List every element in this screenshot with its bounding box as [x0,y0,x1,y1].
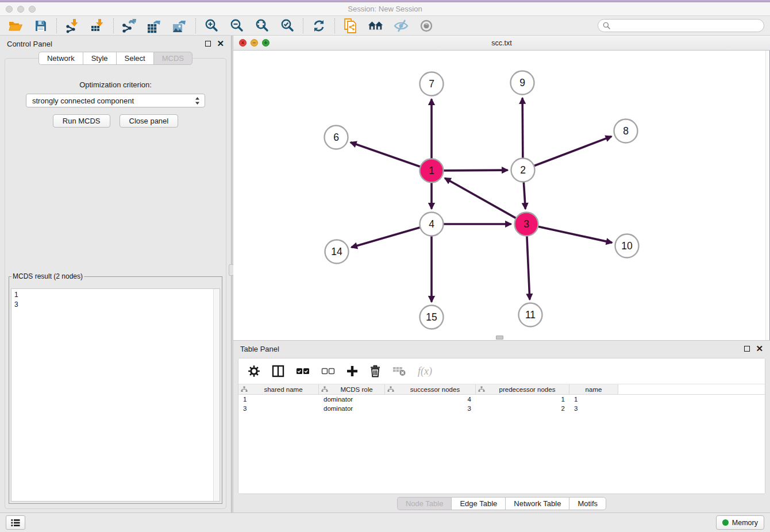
settings-icon[interactable] [248,365,260,377]
panel-divider[interactable] [231,36,233,512]
function-builder-icon[interactable]: f(x) [418,365,432,377]
import-network-icon[interactable] [64,18,80,33]
deselect-all-icon[interactable] [321,367,335,375]
zoom-in-icon[interactable] [203,18,220,33]
graph-edge-4-14[interactable] [351,228,420,248]
save-session-icon[interactable] [33,18,49,33]
table-row[interactable]: 3dominator323 [238,404,765,413]
graph-node-10[interactable]: 10 [615,234,639,258]
run-mcds-button[interactable]: Run MCDS [53,114,110,128]
hierarchy-icon [241,386,248,392]
optimization-criterion-select[interactable]: strongly connected component [26,94,205,107]
table-cell[interactable]: 2 [476,404,569,413]
column-header-label: name [572,386,615,393]
zoom-fit-icon[interactable] [254,18,270,33]
graph-node-6[interactable]: 6 [325,126,348,149]
graph-node-4[interactable]: 4 [420,213,444,236]
graph-node-3[interactable]: 3 [515,213,538,236]
svg-text:9: 9 [519,77,525,88]
graph-edge-1-2[interactable] [443,170,507,171]
tab-style[interactable]: Style [83,52,116,65]
column-header-label: predecessor nodes [488,386,567,393]
graph-edge-3-11[interactable] [527,236,530,299]
column-layout-icon[interactable] [272,365,284,377]
float-table-panel-icon[interactable] [744,346,750,352]
home-icon[interactable] [368,18,384,33]
graph-edge-3-1[interactable] [445,178,516,218]
clone-network-icon[interactable] [342,18,359,33]
hide-graphics-details-icon[interactable] [393,18,409,33]
column-header-label: successor nodes [397,386,473,393]
graph-node-2[interactable]: 2 [511,159,535,182]
memory-button[interactable]: Memory [716,515,764,530]
select-all-icon[interactable] [296,367,310,375]
table-row[interactable]: 1dominator411 [238,395,765,404]
export-table-icon[interactable] [147,18,163,33]
table-cell[interactable]: 3 [569,404,618,413]
refresh-icon[interactable] [311,18,327,33]
result-scrollbar[interactable] [213,289,220,501]
tab-mcds[interactable]: MCDS [153,52,192,65]
network-close-button[interactable]: × [239,39,247,47]
export-network-icon[interactable] [121,18,137,33]
graph-edge-1-6[interactable] [351,142,421,167]
float-panel-icon[interactable] [205,41,211,47]
table-cell[interactable]: 4 [385,395,476,404]
tab-node-table[interactable]: Node Table [397,497,452,510]
column-header-successor-nodes[interactable]: successor nodes [385,384,476,394]
column-header-predecessor-nodes[interactable]: predecessor nodes [476,384,569,394]
zoom-out-icon[interactable] [229,18,245,33]
table-cell[interactable]: 3 [385,404,476,413]
table-cell[interactable]: dominator [319,395,385,404]
network-minimize-button[interactable]: − [251,39,258,47]
graph-node-7[interactable]: 7 [420,72,444,96]
graph-node-8[interactable]: 8 [614,119,638,143]
delete-row-icon[interactable] [369,365,381,377]
table-cell[interactable]: 1 [476,395,569,404]
tab-motifs[interactable]: Motifs [569,497,606,510]
network-graph[interactable]: 7968124314101511 [233,51,769,340]
table-cell[interactable]: 1 [569,395,618,404]
close-panel-icon[interactable]: ✕ [217,41,224,47]
search-field[interactable] [598,19,764,32]
import-table-icon[interactable] [90,18,106,33]
open-session-icon[interactable] [7,18,24,33]
graph-node-15[interactable]: 15 [420,306,444,329]
table-cell[interactable]: dominator [319,404,385,413]
column-header-shared-name[interactable]: shared name [238,384,319,394]
table-cell[interactable]: 3 [238,404,319,413]
titlebar[interactable]: Session: New Session [0,2,770,16]
tab-select[interactable]: Select [116,52,153,65]
graph-node-11[interactable]: 11 [519,303,542,327]
table-cell[interactable]: 1 [238,395,319,404]
search-input[interactable] [613,22,759,30]
graph-edge-2-9[interactable] [522,98,523,158]
column-header-MCDS-role[interactable]: MCDS role [319,384,385,394]
mcds-result-group: MCDS result (2 nodes) 13 [9,272,222,504]
graph-edge-2-3[interactable] [523,182,525,209]
graph-node-9[interactable]: 9 [511,71,534,95]
network-maximize-button[interactable]: + [262,39,270,47]
export-image-icon[interactable] [172,18,188,33]
graph-node-1[interactable]: 1 [420,159,444,183]
show-graphics-details-icon[interactable] [418,18,434,33]
network-scrollbar[interactable] [765,51,769,340]
add-row-icon[interactable] [346,365,358,377]
zoom-selected-icon[interactable] [279,18,295,33]
tab-network-table[interactable]: Network Table [505,497,569,510]
mcds-result-text[interactable]: 13 [11,288,220,502]
column-header-name[interactable]: name [569,384,618,394]
network-canvas[interactable]: 7968124314101511 [233,51,770,340]
graph-edge-3-10[interactable] [538,226,612,242]
delete-table-icon[interactable] [392,366,406,376]
tab-edge-table[interactable]: Edge Table [451,497,505,510]
graph-node-14[interactable]: 14 [325,240,349,264]
task-history-button[interactable] [6,515,25,530]
network-window-titlebar[interactable]: scc.txt × − + [233,36,770,51]
tab-network[interactable]: Network [38,52,83,65]
table-body: 1dominator4113dominator323 [238,395,765,494]
close-table-panel-icon[interactable]: ✕ [756,346,763,352]
network-resize-grip[interactable] [496,336,503,340]
close-panel-button[interactable]: Close panel [120,114,179,128]
graph-edge-2-8[interactable] [534,136,611,165]
